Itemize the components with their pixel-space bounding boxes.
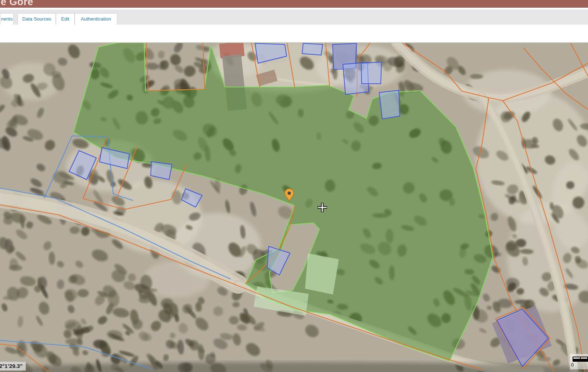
map-viewport[interactable]: 2°1’29.3” 0 <box>0 43 588 372</box>
app-title: e Gore <box>1 0 33 8</box>
map-toolbar: Log 1: 1: Current browser language <box>0 25 588 42</box>
building-footprint <box>379 90 400 119</box>
tab-authentication[interactable]: Authentication <box>75 13 117 25</box>
gis-application-window: e Gore nents Data Sources Edit Authentic… <box>0 0 588 372</box>
tab-data-sources[interactable]: Data Sources <box>18 13 56 25</box>
main-tab-bar: nents Data Sources Edit Authentication <box>0 10 588 25</box>
coordinate-readout: 2°1’29.3” <box>0 362 26 371</box>
scalebar-zero-label: 0 <box>571 362 574 368</box>
tab-edit[interactable]: Edit <box>56 13 75 25</box>
map-scalebar: 0 <box>570 354 588 369</box>
map-canvas[interactable] <box>0 43 588 372</box>
building-footprint <box>361 62 381 84</box>
building-footprint <box>302 43 323 55</box>
app-header: e Gore <box>0 0 588 8</box>
garden-patch <box>305 253 339 295</box>
tab-components[interactable]: nents <box>0 13 14 25</box>
